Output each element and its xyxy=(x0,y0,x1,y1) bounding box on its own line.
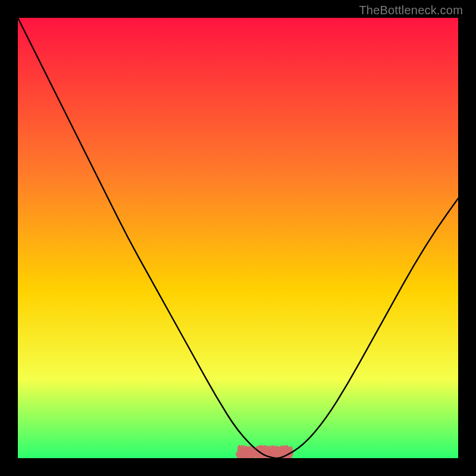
watermark-label: TheBottleneck.com xyxy=(359,4,463,17)
bottleneck-curve-chart xyxy=(18,18,458,458)
chart-frame: TheBottleneck.com xyxy=(0,0,476,476)
gradient-background xyxy=(18,18,458,458)
plot-area xyxy=(18,18,458,458)
